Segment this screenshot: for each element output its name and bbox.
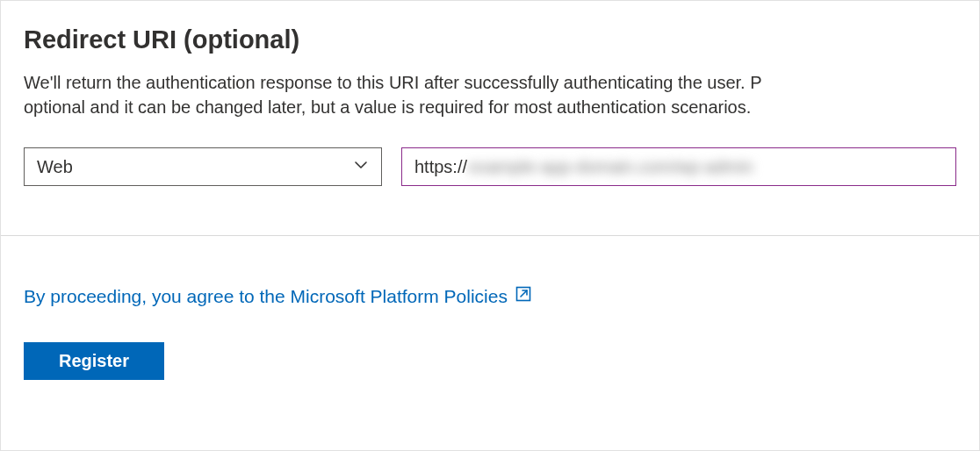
redirect-uri-section: Redirect URI (optional) We'll return the… [0, 0, 980, 451]
section-title: Redirect URI (optional) [24, 25, 956, 54]
description-line-1: We'll return the authentication response… [24, 73, 762, 92]
platform-policies-link[interactable]: By proceeding, you agree to the Microsof… [24, 285, 532, 307]
platform-select[interactable]: Web [24, 147, 382, 186]
platform-select-value: Web [37, 157, 353, 177]
policies-link-text: By proceeding, you agree to the Microsof… [24, 286, 508, 307]
uri-blurred-text: example-app-domain.com/wp-admin [469, 157, 753, 177]
register-button[interactable]: Register [24, 342, 164, 380]
uri-scheme-text: https:// [414, 157, 467, 177]
footer-section: By proceeding, you agree to the Microsof… [24, 236, 956, 380]
chevron-down-icon [353, 157, 369, 177]
description-line-2: optional and it can be changed later, bu… [24, 97, 751, 117]
section-description: We'll return the authentication response… [24, 70, 956, 119]
redirect-uri-form-row: Web https:// example-app-domain.com/wp-a… [24, 147, 956, 186]
redirect-uri-input[interactable]: https:// example-app-domain.com/wp-admin [401, 147, 956, 186]
external-link-icon [515, 285, 532, 307]
